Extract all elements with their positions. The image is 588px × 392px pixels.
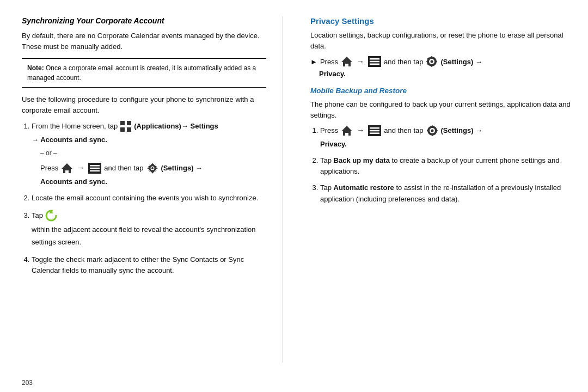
left-section-title: Synchronizing Your Corporate Account (22, 16, 266, 25)
step-1-apps-label: (Applications)→ Settings (134, 120, 218, 132)
step-1-text-before: From the Home screen, tap (32, 120, 118, 132)
left-section: Synchronizing Your Corporate Account By … (22, 16, 283, 363)
right-steps-list: Press → and then tap (310, 125, 572, 205)
arrow-r: → (357, 57, 364, 66)
step-2-before: Tap (320, 156, 334, 164)
home-icon-r (341, 56, 353, 68)
sync-icon (45, 210, 57, 222)
svg-marker-14 (341, 57, 352, 66)
left-steps-list: From the Home screen, tap (Applications)… (22, 120, 266, 276)
apps-grid-icon (120, 120, 132, 132)
svg-rect-16 (370, 58, 379, 60)
right-intro: Location settings, backup configurations… (310, 30, 572, 51)
svg-rect-0 (120, 121, 125, 125)
svg-marker-30 (341, 126, 352, 136)
svg-marker-4 (62, 163, 72, 173)
svg-rect-8 (90, 170, 100, 172)
right-step-2: Tap Back up my data to create a backup o… (320, 155, 572, 177)
arrow-1: → (77, 162, 84, 174)
step-1-press-line: Press → and then tap (40, 162, 266, 174)
settings-label-r1: (Settings) → (441, 125, 483, 136)
svg-rect-18 (370, 64, 379, 65)
or-line: – or – (40, 148, 266, 158)
settings-icon-r (426, 56, 438, 68)
svg-rect-1 (127, 121, 131, 125)
home-icon-1 (61, 162, 73, 174)
step-1-accounts: → Accounts and sync. (32, 134, 266, 145)
privacy-label: Privacy. (319, 70, 572, 78)
svg-rect-40 (427, 130, 429, 131)
procedure-intro: Use the following procedure to configure… (22, 94, 266, 115)
svg-rect-22 (431, 56, 432, 58)
press-label-r: Press (320, 58, 338, 66)
settings-icon-r1 (426, 125, 438, 137)
svg-rect-32 (370, 127, 379, 129)
and-then-label-r1: and then tap (384, 125, 423, 136)
and-then-label-r: and then tap (384, 58, 423, 66)
step-1-line: From the Home screen, tap (Applications)… (32, 120, 266, 132)
settings-label-1: (Settings) → (161, 163, 203, 174)
left-intro: By default, there are no Corporate Calen… (22, 30, 266, 52)
left-step-1: From the Home screen, tap (Applications)… (32, 120, 266, 187)
press-label-1: Press (40, 163, 58, 174)
svg-rect-38 (432, 125, 433, 127)
svg-point-11 (151, 167, 154, 169)
svg-point-37 (431, 130, 433, 132)
step-2-bold: Back up my data (334, 156, 390, 164)
step-3-before: Tap (320, 183, 334, 192)
step-1-accounts-2: Accounts and sync. (40, 176, 266, 187)
left-step-2: Locate the email account containing the … (32, 193, 266, 204)
note-box: Note: Once a corporate email account is … (22, 58, 266, 88)
menu-icon-r1 (368, 125, 381, 136)
svg-rect-25 (436, 61, 438, 62)
svg-point-21 (431, 60, 433, 63)
settings-label-r: (Settings) → (440, 58, 482, 66)
right-section: Privacy Settings Location settings, back… (305, 16, 572, 363)
home-icon-r1 (341, 125, 353, 137)
svg-rect-2 (120, 127, 125, 132)
svg-rect-34 (370, 133, 379, 134)
triangle-bullet: ► (310, 58, 317, 66)
step-2-text: Locate the email account containing the … (32, 194, 258, 202)
right-step-1: Press → and then tap (320, 125, 572, 150)
right-step-3: Tap Automatic restore to assist in the r… (320, 182, 572, 204)
arrow-r1: → (357, 125, 364, 137)
step-3-before: Tap (32, 209, 43, 222)
page-number: 203 (22, 379, 33, 387)
and-then-label-1: and then tap (104, 163, 143, 174)
svg-rect-41 (436, 130, 438, 131)
right-section-title: Privacy Settings (310, 16, 572, 26)
subsection-title: Mobile Backup and Restore (310, 87, 572, 95)
step-3-line: Tap within the adjacent account field to… (32, 209, 266, 248)
step-4-text: Toggle the check mark adjacent to either… (32, 255, 244, 274)
menu-icon-r (368, 56, 381, 67)
right-step-1-press: Press → and then tap (320, 125, 572, 137)
note-text: Once a corporate email account is create… (27, 64, 256, 82)
svg-rect-6 (90, 165, 100, 167)
privacy-label-1: Privacy. (320, 139, 572, 150)
svg-rect-39 (432, 134, 433, 137)
step-3-after: within the adjacent account field to rev… (32, 223, 266, 249)
sub-intro: The phone can be configured to back up y… (310, 99, 572, 120)
svg-rect-33 (370, 130, 379, 132)
page-footer: 203 (0, 373, 588, 392)
left-step-3: Tap within the adjacent account field to… (32, 209, 266, 248)
svg-rect-17 (370, 61, 379, 63)
settings-icon-1 (146, 162, 158, 174)
step-3-bold: Automatic restore (334, 183, 394, 192)
svg-rect-23 (431, 65, 432, 68)
left-step-4: Toggle the check mark adjacent to either… (32, 254, 266, 276)
menu-icon-1 (88, 163, 101, 174)
privacy-press-line: ► Press → and then tap (310, 56, 572, 68)
svg-rect-7 (90, 168, 100, 169)
press-label-r1: Press (320, 125, 338, 136)
note-label: Note: (27, 64, 44, 72)
svg-rect-24 (426, 61, 428, 62)
svg-rect-3 (127, 127, 131, 132)
